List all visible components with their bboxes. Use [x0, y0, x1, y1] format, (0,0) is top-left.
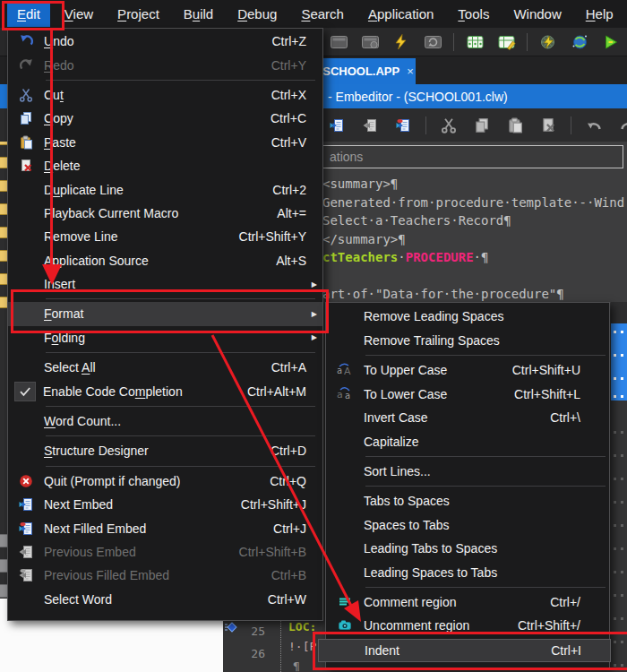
lower-case-icon: aa: [326, 387, 364, 401]
next-filled-embed-icon[interactable]: [392, 115, 414, 136]
menu-item-folding[interactable]: Folding▶: [8, 326, 322, 349]
close-tab-icon[interactable]: ×: [407, 65, 414, 78]
menu-item-shortcut: Ctrl+J: [273, 521, 306, 536]
selection-block: [611, 323, 627, 401]
menu-item-shortcut: Ctrl+Y: [271, 58, 306, 73]
menu-item-copy[interactable]: CopyCtrl+C: [8, 107, 322, 130]
menu-item-select-word[interactable]: Select WordCtrl+W: [8, 588, 322, 611]
menu-item-spaces-to-tabs[interactable]: Spaces to Tabs: [326, 513, 609, 537]
window-icon[interactable]: [328, 31, 349, 53]
menu-item-playback-current-macro[interactable]: Playback Current MacroAlt+=: [8, 202, 322, 225]
menu-item-comment-region[interactable]: Comment regionCtrl+/: [326, 590, 609, 615]
menu-item-next-filled-embed[interactable]: Next Filled EmbedCtrl+J: [8, 516, 322, 539]
refresh-icon[interactable]: [422, 31, 443, 53]
menu-item-sort-lines[interactable]: Sort Lines...: [326, 460, 609, 484]
menu-item-label: Sort Lines...: [364, 464, 570, 478]
whitespace-dot: [614, 594, 616, 597]
menubar-item-tools[interactable]: Tools: [448, 1, 499, 27]
whitespace-dot: [614, 478, 616, 480]
cut-icon: [8, 88, 44, 102]
menu-item-to-lower-case[interactable]: aaTo Lower CaseCtrl+Shift+L: [326, 382, 609, 406]
menubar-item-edit[interactable]: Edit: [7, 1, 50, 27]
next-embed-icon: [8, 497, 44, 512]
menubar-item-help[interactable]: Help: [576, 1, 623, 27]
submenu-arrow-icon: ▶: [306, 310, 317, 318]
menu-item-remove-line[interactable]: Remove LineCtrl+Shift+Y: [8, 225, 322, 248]
menu-item-remove-leading-spaces[interactable]: Remove Leading Spaces: [326, 305, 609, 329]
menu-item-enable-code-completion[interactable]: Enable Code CompletionCtrl+Alt+M: [8, 379, 322, 402]
line-number: 27: [223, 665, 265, 672]
menu-item-next-embed[interactable]: Next EmbedCtrl+Shift+J: [8, 493, 322, 516]
document-tab[interactable]: SCHOOL.APP ×: [321, 58, 416, 84]
menu-item-shortcut: Ctrl+C: [271, 111, 306, 125]
menu-item-delete[interactable]: Delete: [8, 154, 322, 177]
window-title: - Embeditor - (SCHOOL001.clw): [328, 90, 508, 104]
menubar-item-debug[interactable]: Debug: [228, 1, 287, 27]
menubar-item-application[interactable]: Application: [358, 1, 443, 27]
menu-item-leading-spaces-to-tabs[interactable]: Leading Spaces to Tabs: [326, 560, 609, 584]
menu-item-previous-filled-embed[interactable]: Previous Filled EmbedCtrl+B: [8, 564, 322, 587]
menu-item-word-count[interactable]: Word Count...: [8, 409, 322, 433]
menu-item-label: Enable Code Completion: [43, 384, 236, 399]
whitespace-dot: [621, 501, 623, 504]
menu-item-select-all[interactable]: Select AllCtrl+A: [8, 356, 322, 379]
menu-item-shortcut: Ctrl+W: [268, 592, 306, 607]
whitespace-dot: [614, 354, 616, 357]
code-line: art·of·"Data·for·the·procedure"¶: [322, 285, 624, 304]
menu-item-previous-embed[interactable]: Previous EmbedCtrl+Shift+B: [8, 540, 322, 564]
menu-item-redo[interactable]: RedoCtrl+Y: [8, 53, 322, 76]
app-window: ations <summary>¶Generated·from·procedur…: [0, 0, 627, 672]
menu-item-format[interactable]: Format▶: [8, 302, 322, 325]
whitespace-dot: [614, 547, 616, 550]
menu-separator: [365, 483, 606, 489]
next-embed-icon[interactable]: [326, 115, 348, 136]
menu-separator: [365, 352, 606, 358]
menubar-item-window[interactable]: Window: [503, 1, 571, 27]
lightning-icon[interactable]: [391, 31, 412, 53]
cut-gray-icon[interactable]: [438, 115, 460, 136]
globe-icon[interactable]: [569, 31, 590, 53]
code-lines: <summary>¶Generated·from·procedure·templ…: [322, 175, 624, 304]
grid-edit-icon[interactable]: [495, 31, 517, 53]
menu-item-application-source[interactable]: Application SourceAlt+S: [8, 249, 322, 272]
menu-item-capitalize[interactable]: Capitalize: [326, 429, 609, 453]
menu-item-label: Insert: [44, 277, 296, 291]
check-icon: [14, 382, 36, 401]
run-icon[interactable]: [600, 31, 622, 53]
docx-gray-icon[interactable]: [537, 115, 559, 136]
menu-item-structure-designer[interactable]: Structure DesignerCtrl+D: [8, 439, 322, 462]
menu-item-label: Leading Tabs to Spaces: [364, 541, 570, 556]
undo-gray-icon[interactable]: [583, 115, 605, 136]
menu-item-cut[interactable]: CutCtrl+X: [8, 83, 322, 107]
menubar-item-build[interactable]: Build: [174, 1, 223, 27]
menubar-item-project[interactable]: Project: [107, 1, 169, 27]
menu-item-leading-tabs-to-spaces[interactable]: Leading Tabs to Spaces: [326, 537, 609, 561]
menu-item-to-upper-case[interactable]: aATo Upper CaseCtrl+Shift+U: [326, 358, 609, 383]
menu-item-remove-trailing-spaces[interactable]: Remove Trailing Spaces: [326, 329, 609, 353]
frame-icon[interactable]: [359, 31, 381, 53]
menubar-item-search[interactable]: Search: [291, 1, 354, 27]
prev-embed-icon[interactable]: [359, 115, 381, 136]
menu-item-duplicate-line[interactable]: Duplicate LineCtrl+2: [8, 177, 322, 201]
menu-item-uncomment-region[interactable]: Uncomment regionCtrl+Shift+/: [326, 614, 609, 638]
build-icon[interactable]: [537, 31, 559, 53]
copy-gray-icon[interactable]: [471, 115, 493, 136]
whitespace-dot: [621, 524, 623, 527]
combobox-value: ations: [330, 150, 363, 164]
grid-icon[interactable]: [464, 31, 485, 53]
menu-item-tabs-to-spaces[interactable]: Tabs to Spaces: [326, 489, 609, 513]
menu-item-label: Select Word: [44, 592, 257, 607]
menu-item-invert-case[interactable]: Invert CaseCtrl+\: [326, 406, 609, 430]
menu-item-quit-prompt-if-changed[interactable]: Quit (Prompt if changed)Ctrl+Q: [8, 470, 322, 493]
redo-gray-icon[interactable]: [616, 115, 627, 136]
menu-item-label: Copy: [44, 111, 260, 125]
menu-item-label: Remove Trailing Spaces: [364, 333, 570, 348]
menu-item-label: Previous Filled Embed: [44, 568, 261, 582]
menu-item-indent[interactable]: IndentCtrl+I: [318, 639, 611, 663]
menu-item-insert[interactable]: Insert▶: [8, 272, 322, 296]
paste-gray-icon[interactable]: [504, 115, 526, 136]
menu-item-paste[interactable]: PasteCtrl+V: [8, 131, 322, 154]
menubar-item-view[interactable]: View: [55, 1, 103, 27]
menu-item-label: Uncomment region: [364, 618, 507, 633]
menu-item-undo[interactable]: UndoCtrl+Z: [8, 30, 322, 53]
